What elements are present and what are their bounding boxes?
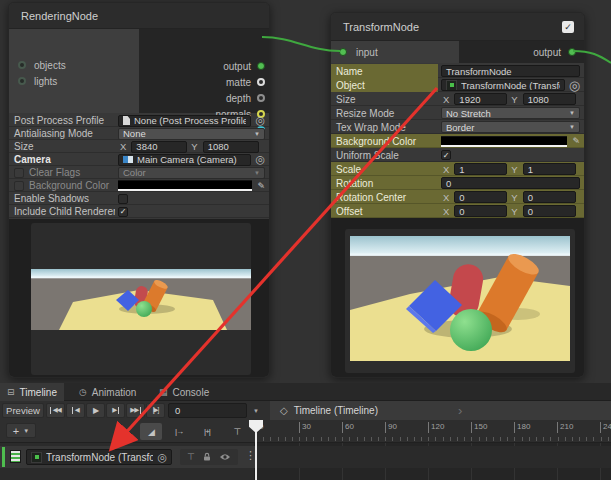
size-x-field[interactable]: 1920 xyxy=(454,93,507,105)
track-lane-row xyxy=(255,446,611,468)
offset-x-field[interactable]: 0 xyxy=(454,205,507,217)
tab-label: Animation xyxy=(92,387,136,398)
y-axis-label: Y xyxy=(511,164,517,175)
port-lights[interactable]: lights xyxy=(18,75,57,87)
play-button[interactable]: ▶ xyxy=(86,403,105,418)
replace-mode-button[interactable]: |+| xyxy=(196,423,218,440)
object-picker-icon[interactable]: ◎ xyxy=(569,79,580,92)
prop-row-resize-mode: Resize Mode No Stretch ▼ xyxy=(331,106,584,120)
enable-shadows-checkbox[interactable] xyxy=(118,194,128,204)
dropdown-value: No Stretch xyxy=(446,108,491,119)
rotation-center-x-field[interactable]: 0 xyxy=(454,191,507,203)
timeline-ruler[interactable]: 0 30 60 90 120 150 180 210 240 xyxy=(255,420,611,443)
include-child-renderers-checkbox[interactable]: ✓ xyxy=(118,207,128,217)
port-dot-output[interactable] xyxy=(257,62,265,70)
port-output[interactable]: output xyxy=(533,46,576,58)
transform-node[interactable]: TransformNode ✓ input output Name xyxy=(330,12,585,378)
transform-node-preview-zone xyxy=(331,218,584,378)
game-object-icon xyxy=(31,452,42,463)
scale-x-field[interactable]: 1 xyxy=(454,163,507,175)
node-enabled-checkbox[interactable]: ✓ xyxy=(562,21,574,33)
step-forward-button[interactable]: ▶ xyxy=(106,403,125,418)
size-y-field[interactable]: 1080 xyxy=(523,93,576,105)
pin-icon[interactable]: ⊤ xyxy=(187,452,195,462)
object-picker-icon[interactable]: ◎ xyxy=(255,115,265,126)
port-input[interactable]: input xyxy=(339,46,378,58)
object-picker-icon[interactable]: ◎ xyxy=(157,452,167,463)
ruler-tick-label: 150 xyxy=(471,422,487,433)
tab-timeline[interactable]: ⊟ Timeline xyxy=(0,383,64,401)
background-color-swatch[interactable] xyxy=(118,180,252,191)
resize-mode-dropdown[interactable]: No Stretch ▼ xyxy=(441,107,580,119)
size-y-field[interactable]: 1080 xyxy=(203,141,259,153)
pin-icon: ⊤ xyxy=(234,427,241,437)
rendering-node[interactable]: RenderingNode objects lights output xyxy=(8,2,270,378)
rendering-node-header[interactable]: RenderingNode xyxy=(9,3,269,29)
clear-flags-dropdown[interactable]: Color ▼ xyxy=(118,167,265,179)
scale-y-field[interactable]: 1 xyxy=(523,163,576,175)
prop-row-name: Name TransformNode xyxy=(331,64,584,78)
preview-toggle-button[interactable]: Preview xyxy=(2,403,44,418)
object-field[interactable]: TransformNode (Transform Node xyxy=(441,79,565,91)
port-output[interactable]: output xyxy=(223,60,265,72)
camera-object-field[interactable]: Main Camera (Camera) xyxy=(118,154,251,166)
add-track-button[interactable]: + ▼ xyxy=(6,423,36,438)
prop-row-camera: Camera Main Camera (Camera) ◎ xyxy=(9,153,269,166)
port-matte[interactable]: matte xyxy=(226,76,265,88)
track-object-field[interactable]: TransformNode (Transform ◎ xyxy=(26,449,172,465)
offset-y-field[interactable]: 0 xyxy=(523,205,576,217)
transform-node-title: TransformNode xyxy=(343,21,419,33)
port-dot-objects[interactable] xyxy=(18,61,26,69)
track-row-transform-node[interactable]: TransformNode (Transform ◎ ⊤ ⋮ xyxy=(0,446,255,468)
clear-flags-override-checkbox[interactable] xyxy=(14,168,24,178)
console-tab-icon: ▤ xyxy=(159,387,168,397)
prop-label: Scale xyxy=(331,162,438,176)
port-dot-depth[interactable] xyxy=(257,94,265,102)
port-objects[interactable]: objects xyxy=(18,59,66,71)
dropdown-value: None xyxy=(123,128,146,139)
rotation-center-y-field[interactable]: 0 xyxy=(523,191,576,203)
ripple-mode-button[interactable]: |→ xyxy=(168,423,190,440)
rotation-field[interactable]: 0 xyxy=(441,177,580,189)
post-process-profile-object-field[interactable]: None (Post Process Profile) xyxy=(118,115,251,127)
port-dot-input[interactable] xyxy=(339,48,347,56)
tab-console[interactable]: ▤ Console xyxy=(152,383,214,401)
frame-units-dropdown[interactable]: ▼ xyxy=(253,408,259,414)
tex-wrap-mode-dropdown[interactable]: Border ▼ xyxy=(441,121,580,133)
name-input[interactable]: TransformNode xyxy=(441,65,580,77)
port-depth[interactable]: depth xyxy=(226,92,265,104)
timeline-lane[interactable] xyxy=(255,443,611,480)
object-picker-icon[interactable]: ◎ xyxy=(255,154,265,165)
port-dot-matte[interactable] xyxy=(257,78,265,86)
size-x-field[interactable]: 3840 xyxy=(131,141,187,153)
chevron-down-icon: ▼ xyxy=(569,124,575,130)
play-range-button[interactable]: [▶] xyxy=(146,403,165,418)
tab-animation[interactable]: ◷ Animation xyxy=(72,383,148,401)
antialiasing-mode-dropdown[interactable]: None ▼ xyxy=(118,128,265,140)
bottom-tab-bar: ⊟ Timeline ◷ Animation ▤ Console xyxy=(0,383,611,401)
prop-label: Camera xyxy=(9,154,115,165)
step-back-button[interactable]: ◀ xyxy=(66,403,85,418)
timeline-asset-icon: ◇ xyxy=(280,405,288,416)
port-dot-output[interactable] xyxy=(568,48,576,56)
uniform-scale-checkbox[interactable]: ✓ xyxy=(441,150,451,160)
eye-icon[interactable] xyxy=(219,453,231,461)
rendering-node-properties: Post Process Profile None (Post Process … xyxy=(9,113,269,219)
timeline-breadcrumb[interactable]: ◇ Timeline (Timeline) › xyxy=(270,401,611,420)
background-color-override-checkbox[interactable] xyxy=(14,181,24,191)
prop-label: Include Child Renderers xyxy=(9,206,115,217)
marker-pin-button[interactable]: ⊤ xyxy=(226,423,248,440)
rendering-node-preview-zone xyxy=(9,219,269,378)
port-dot-lights[interactable] xyxy=(18,77,26,85)
node-graph-canvas[interactable]: RenderingNode objects lights output xyxy=(0,0,611,383)
skip-to-start-button[interactable]: ◀◀ xyxy=(46,403,65,418)
skip-to-end-button[interactable]: ▶▶ xyxy=(126,403,145,418)
transform-node-header[interactable]: TransformNode ✓ xyxy=(331,13,584,41)
lock-icon[interactable] xyxy=(202,452,212,462)
eyedropper-icon[interactable]: ✎ xyxy=(257,181,265,191)
ruler-tick-label: 30 xyxy=(299,422,311,433)
frame-counter-input[interactable]: 0 xyxy=(168,403,247,418)
background-color-swatch[interactable] xyxy=(441,136,567,147)
mix-mode-button[interactable]: ◢ xyxy=(140,423,162,440)
eyedropper-icon[interactable]: ✎ xyxy=(572,136,580,146)
